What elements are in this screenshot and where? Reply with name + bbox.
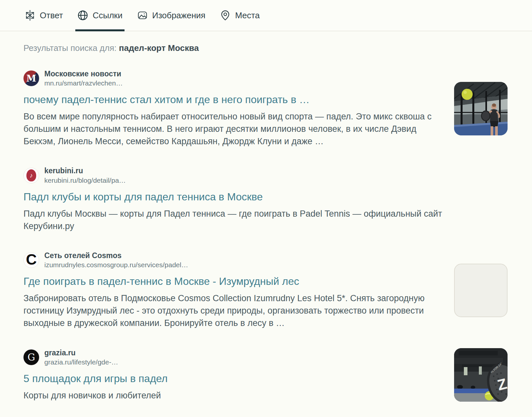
search-result: C Сеть отелей Cosmos izumrudnyles.cosmos… [23,251,508,329]
result-text-column: M Московские новости mn.ru/smart/razvlec… [23,70,441,147]
images-icon [137,10,148,21]
source-meta: grazia.ru grazia.ru/lifestyle/gde-… [44,348,118,366]
result-thumbnail-padel-player[interactable] [454,82,508,135]
favicon-kerubini: ♪ [23,168,39,183]
source-url: mn.ru/smart/razvlechen… [44,79,123,87]
tab-images[interactable]: Изображения [137,0,205,31]
favicon-cosmos: C [23,252,39,268]
result-description: Корты для новичков и любителей [23,389,441,402]
result-title-link[interactable]: Падл клубы и корты для падел тенниса в М… [23,190,263,203]
source-url: grazia.ru/lifestyle/gde-… [44,358,118,366]
active-tab-underline [75,29,125,31]
source-name: Сеть отелей Cosmos [44,251,188,260]
result-description: Забронировать отель в Подмосковье Cosmos… [23,292,441,329]
favicon-letter: M [26,73,36,84]
search-results-panel: Результаты поиска для: падел-корт Москва… [0,43,532,402]
source-url: kerubini.ru/blog/detail/pa… [44,177,126,184]
result-title-link[interactable]: 5 площадок для игры в падел [23,372,168,385]
result-text-column: ♪ kerubini.ru kerubini.ru/blog/detail/pa… [23,166,508,232]
favicon-ornament: ♪ [26,169,36,181]
source-name: grazia.ru [44,348,118,357]
sparkle-logo-icon [24,10,36,21]
favicon-letter: G [27,352,35,363]
source-meta: Сеть отелей Cosmos izumrudnyles.cosmosgr… [44,251,188,269]
tab-label: Ссылки [93,10,123,21]
search-result: G grazia.ru grazia.ru/lifestyle/gde-… 5 … [23,348,508,402]
tab-label: Места [235,10,260,21]
favicon-letter: C [26,252,37,267]
result-description: Во всем мире популярность набирает относ… [23,110,441,147]
result-source-header[interactable]: M Московские новости mn.ru/smart/razvlec… [23,70,441,87]
result-source-header[interactable]: C Сеть отелей Cosmos izumrudnyles.cosmos… [23,251,441,269]
search-result: ♪ kerubini.ru kerubini.ru/blog/detail/pa… [23,166,508,232]
favicon-letter: ♪ [30,172,33,179]
result-description: Падл клубы Москвы — корты для Падел тенн… [23,208,442,232]
search-result: M Московские новости mn.ru/smart/razvlec… [23,70,508,147]
source-meta: Московские новости mn.ru/smart/razvleche… [44,70,123,87]
result-title-link[interactable]: Где поиграть в падел-теннис в Москве - И… [23,275,299,288]
tab-places[interactable]: Места [220,0,260,31]
places-pin-icon [220,10,231,21]
source-name: Московские новости [44,70,123,78]
result-source-header[interactable]: G grazia.ru grazia.ru/lifestyle/gde-… [23,348,441,366]
source-meta: kerubini.ru kerubini.ru/blog/detail/pa… [44,166,126,184]
tab-answer[interactable]: Ответ [24,0,63,31]
favicon-moskovskie-novosti: M [23,70,39,86]
results-for-line: Результаты поиска для: падел-корт Москва [23,43,508,53]
favicon-grazia: G [23,349,39,365]
result-thumbnail-padel-racket[interactable]: Z YL FOR ZA° [454,348,508,402]
source-name: kerubini.ru [44,166,126,175]
tab-bar: Ответ Ссылки Изображения [0,0,532,31]
result-thumbnail-placeholder [454,264,508,317]
tab-links[interactable]: Ссылки [77,0,123,31]
result-source-header[interactable]: ♪ kerubini.ru kerubini.ru/blog/detail/pa… [23,166,508,184]
result-text-column: C Сеть отелей Cosmos izumrudnyles.cosmos… [23,251,441,329]
tab-label: Изображения [152,10,205,21]
result-text-column: G grazia.ru grazia.ru/lifestyle/gde-… 5 … [23,348,441,402]
globe-icon [77,10,88,21]
search-query: падел-корт Москва [119,43,199,53]
tab-label: Ответ [40,10,63,21]
source-url: izumrudnyles.cosmosgroup.ru/services/pad… [44,261,188,269]
results-for-label: Результаты поиска для: [23,43,117,53]
result-title-link[interactable]: почему падел-теннис стал хитом и где в н… [23,93,310,106]
